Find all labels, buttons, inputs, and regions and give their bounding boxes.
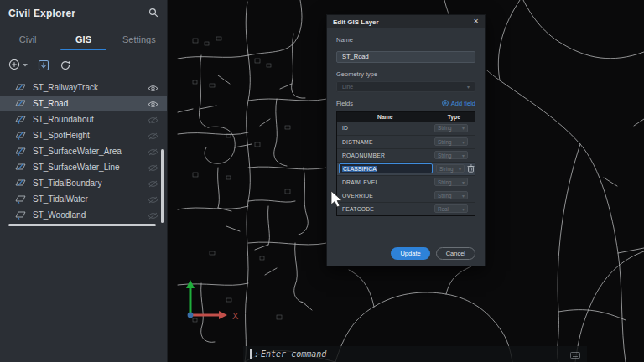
search-icon[interactable]	[148, 6, 158, 21]
field-name: OVERRIDE	[342, 193, 434, 199]
chevron-down-icon	[23, 63, 28, 67]
close-icon[interactable]: ✕	[473, 18, 479, 25]
layer-row[interactable]: ST_Woodland	[0, 207, 167, 223]
tab-civil[interactable]: Civil	[0, 29, 55, 50]
import-layer-button[interactable]	[38, 59, 49, 71]
layer-row[interactable]: ST_SpotHeight	[0, 127, 167, 143]
layer-type-icon	[15, 208, 26, 223]
text-cursor	[250, 349, 252, 359]
field-type-select: String▾	[436, 164, 465, 173]
layer-name: ST_Road	[33, 99, 141, 108]
column-header-name: Name	[337, 114, 434, 120]
layer-row[interactable]: ST_Road	[0, 96, 167, 111]
refresh-button[interactable]	[60, 59, 71, 71]
field-type-select: String▾	[434, 178, 468, 186]
command-prompt: :	[254, 349, 259, 359]
layer-type-icon	[15, 80, 26, 96]
field-type-select: String▾	[434, 151, 468, 159]
field-name: ROADNUMBER	[342, 153, 434, 158]
visibility-off-icon[interactable]	[148, 144, 158, 159]
field-row[interactable]: FEATCODE Real▾	[337, 202, 475, 215]
layer-name: ST_Roundabout	[33, 115, 141, 124]
field-row[interactable]: DRAWLEVEL String▾	[337, 175, 475, 189]
layer-type-icon	[15, 144, 26, 159]
tab-gis[interactable]: GIS	[55, 29, 111, 50]
command-placeholder: Enter command	[261, 349, 326, 359]
visibility-on-icon[interactable]	[148, 80, 158, 96]
field-row-editing[interactable]: CLASSIFICA String▾	[337, 162, 475, 175]
layer-name: ST_Woodland	[33, 210, 141, 220]
tab-settings[interactable]: Settings	[112, 29, 167, 50]
layer-name: ST_TidalBoundary	[33, 178, 141, 188]
layer-name: ST_SurfaceWater_Line	[33, 163, 141, 172]
field-type-select: String▾	[434, 137, 468, 146]
plus-circle-icon	[442, 100, 449, 106]
delete-field-button[interactable]	[467, 164, 475, 173]
gis-layer-list: ST_RailwayTrack ST_Road ST_Roundabout ST…	[0, 80, 167, 223]
layer-row[interactable]: ST_TidalBoundary	[0, 175, 167, 191]
visibility-off-icon[interactable]	[148, 192, 158, 207]
cancel-button[interactable]: Cancel	[436, 247, 475, 260]
field-type-select: String▾	[434, 124, 468, 132]
field-name: ID	[342, 125, 434, 131]
dialog-title: Edit GIS Layer	[333, 18, 379, 26]
field-name-edit-input[interactable]: CLASSIFICA	[339, 163, 433, 173]
layer-type-icon	[15, 192, 26, 207]
layer-type-icon	[15, 176, 26, 191]
mouse-cursor	[330, 190, 344, 212]
layer-row[interactable]: ST_Roundabout	[0, 111, 167, 127]
layer-type-icon	[15, 112, 26, 127]
layer-type-icon	[15, 96, 26, 111]
command-bar[interactable]: : Enter command	[243, 346, 587, 362]
dialog-titlebar[interactable]: Edit GIS Layer ✕	[327, 15, 485, 28]
column-header-type: Type	[434, 114, 475, 120]
field-row[interactable]: ROADNUMBER String▾	[337, 148, 475, 162]
geometry-type-select: Line ▾	[336, 81, 475, 92]
ucs-axis-icon: X	[172, 277, 247, 339]
visibility-off-icon[interactable]	[148, 128, 158, 143]
layer-name: ST_TidalWater	[33, 194, 141, 204]
visibility-off-icon[interactable]	[148, 208, 158, 223]
visibility-on-icon[interactable]	[148, 96, 158, 111]
panel-title: Civil Explorer	[8, 8, 75, 19]
chevron-down-icon: ▾	[467, 84, 470, 90]
field-row[interactable]: OVERRIDE String▾	[337, 189, 475, 202]
field-name: FEATCODE	[342, 206, 434, 212]
name-label: Name	[336, 36, 475, 44]
keyboard-icon[interactable]	[570, 347, 580, 362]
panel-tabs: Civil GIS Settings	[0, 29, 167, 50]
geometry-type-label: Geometry type	[336, 70, 475, 78]
field-name: DRAWLEVEL	[342, 179, 434, 185]
layer-type-icon	[15, 160, 26, 175]
geometry-type-value: Line	[342, 84, 353, 90]
vertical-scrollbar[interactable]	[161, 149, 164, 223]
field-row[interactable]: ID String▾	[337, 122, 475, 135]
app-window: X Civil Explorer Civil GIS Settings	[0, 0, 644, 362]
layer-row[interactable]: ST_SurfaceWater_Line	[0, 159, 167, 175]
layer-row[interactable]: ST_SurfaceWater_Area	[0, 143, 167, 159]
visibility-off-icon[interactable]	[148, 112, 158, 127]
ucs-x-label: X	[232, 311, 239, 321]
fields-label: Fields	[336, 100, 353, 107]
fields-table: Name Type ID String▾ DISTNAME String▾ RO…	[336, 111, 475, 216]
layer-row[interactable]: ST_RailwayTrack	[0, 80, 167, 96]
visibility-off-icon[interactable]	[148, 160, 158, 175]
civil-explorer-panel: Civil Explorer Civil GIS Settings	[0, 0, 168, 362]
layer-name-input[interactable]	[336, 51, 475, 63]
update-button[interactable]: Update	[391, 247, 429, 260]
field-type-select: Real▾	[434, 204, 468, 213]
field-type-select: String▾	[434, 191, 468, 199]
layer-name: ST_RailwayTrack	[33, 83, 141, 92]
horizontal-scrollbar[interactable]	[8, 224, 156, 226]
add-layer-button[interactable]	[8, 59, 28, 71]
layer-type-icon	[15, 128, 26, 143]
field-row[interactable]: DISTNAME String▾	[337, 135, 475, 148]
add-field-button[interactable]: Add field	[442, 100, 475, 107]
layer-toolbar	[0, 50, 167, 78]
edit-gis-layer-dialog: Edit GIS Layer ✕ Name Geometry type Line…	[326, 14, 486, 266]
visibility-off-icon[interactable]	[148, 176, 158, 191]
layer-row[interactable]: ST_TidalWater	[0, 191, 167, 207]
layer-name: ST_SurfaceWater_Area	[33, 147, 141, 156]
layer-name: ST_SpotHeight	[33, 131, 141, 140]
field-name: DISTNAME	[342, 139, 434, 145]
